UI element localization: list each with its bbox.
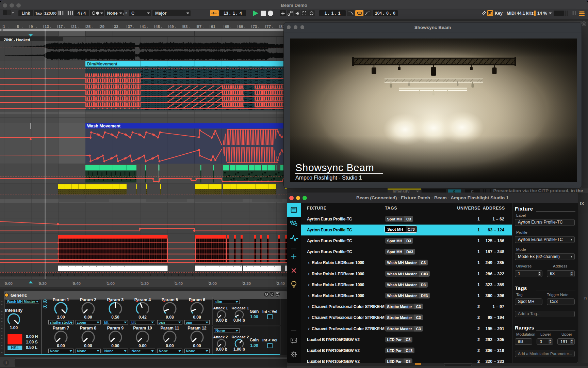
svg-text:0:40: 0:40: [73, 281, 81, 286]
svg-text:69: 69: [239, 25, 243, 29]
svg-text:—: —: [501, 11, 505, 14]
svg-text:0.50: 0.50: [111, 315, 119, 320]
svg-text:MIDI: MIDI: [507, 11, 516, 16]
svg-text:21: 21: [72, 25, 77, 29]
svg-text:1.00 b: 1.00 b: [233, 347, 245, 352]
svg-text:None: None: [132, 349, 141, 353]
svg-text:Dim/Movement: Dim/Movement: [87, 62, 118, 66]
svg-text:Param 8: Param 8: [80, 326, 97, 331]
svg-text:0.00: 0.00: [166, 343, 174, 348]
svg-text:shutterstrobe: shutterstrobe: [50, 321, 72, 324]
svg-text:41: 41: [142, 25, 146, 29]
svg-text:Link: Link: [22, 11, 30, 16]
svg-text:pan: pan: [186, 321, 192, 324]
svg-text:1:40: 1:40: [175, 281, 183, 286]
svg-text:0.00 b: 0.00 b: [216, 347, 227, 352]
svg-text:♭: ♭: [122, 11, 124, 15]
svg-text:2:20: 2:20: [243, 281, 251, 286]
svg-text:9: 9: [31, 25, 33, 29]
svg-text:Param 11: Param 11: [161, 326, 179, 331]
svg-text:0:00: 0:00: [5, 281, 13, 286]
svg-text:None: None: [50, 349, 59, 353]
svg-text:4 / 4: 4 / 4: [78, 11, 86, 16]
svg-text:tilt: tilt: [131, 321, 136, 324]
svg-text:1.00: 1.00: [250, 315, 258, 319]
svg-text:Showsync Beam: Showsync Beam: [295, 162, 374, 173]
svg-text:1.00: 1.00: [57, 315, 65, 320]
svg-text:1.00: 1.00: [250, 343, 258, 348]
svg-text:29: 29: [100, 25, 104, 29]
svg-text:Tap: Tap: [35, 11, 42, 16]
svg-text:0.00: 0.00: [111, 343, 119, 348]
svg-text:Generic: Generic: [11, 293, 27, 298]
svg-text:2:00: 2:00: [209, 281, 217, 286]
svg-text:65: 65: [225, 25, 229, 29]
svg-text:None: None: [107, 11, 117, 16]
svg-text:Wash MH Master: Wash MH Master: [7, 300, 35, 304]
svg-text:Param 12: Param 12: [187, 326, 207, 331]
svg-text:33: 33: [114, 25, 118, 29]
svg-text:C: C: [131, 11, 134, 16]
svg-text:Param 10: Param 10: [133, 326, 152, 331]
svg-text:ZINK - Hooked: ZINK - Hooked: [4, 37, 30, 42]
svg-text:0.00: 0.00: [84, 343, 92, 348]
svg-text:tilt: tilt: [104, 321, 109, 324]
svg-text:13 . 1 . 4: 13 . 1 . 4: [224, 11, 242, 16]
svg-text:57: 57: [197, 25, 201, 29]
svg-text:None: None: [77, 349, 86, 353]
svg-text:0.00 H: 0.00 H: [26, 334, 38, 339]
svg-text:61: 61: [211, 25, 215, 29]
svg-text:5: 5: [17, 25, 19, 29]
svg-text:Release 2: Release 2: [232, 335, 249, 339]
svg-text:44.1 kHz: 44.1 kHz: [517, 11, 534, 16]
svg-text:13: 13: [45, 25, 49, 29]
svg-text:None: None: [186, 349, 195, 353]
svg-text:Intensity: Intensity: [5, 308, 22, 313]
svg-text:Attack 2: Attack 2: [213, 335, 228, 339]
svg-text:14 %: 14 %: [537, 11, 547, 16]
svg-text:HSL: HSL: [11, 346, 19, 350]
svg-text:Param 7: Param 7: [53, 326, 69, 331]
svg-text:0:20: 0:20: [39, 281, 47, 286]
svg-text:0.00: 0.00: [138, 343, 147, 348]
svg-text:2:40: 2:40: [277, 281, 285, 286]
svg-text:dim: dim: [215, 300, 222, 304]
svg-text:1 . 1 . 1: 1 . 1 . 1: [325, 11, 341, 16]
svg-text:Gain: Gain: [250, 309, 259, 314]
svg-text:1.00 S: 1.00 S: [26, 340, 38, 344]
svg-text:104 . 0 . 0: 104 . 0 . 0: [375, 11, 395, 16]
svg-text:77: 77: [266, 25, 271, 29]
svg-text:120.00: 120.00: [44, 11, 57, 16]
svg-text:25: 25: [86, 25, 91, 29]
svg-text:i: i: [5, 361, 6, 365]
svg-text:17: 17: [59, 25, 63, 29]
svg-text:Int < Vel: Int < Vel: [262, 309, 277, 313]
svg-text:None: None: [104, 349, 114, 353]
svg-text:1:00: 1:00: [107, 281, 115, 286]
svg-text:Major: Major: [155, 11, 166, 16]
svg-text:None: None: [159, 349, 168, 353]
svg-text:Release 1: Release 1: [232, 306, 249, 310]
svg-text:Attack 1: Attack 1: [213, 306, 228, 310]
svg-text:Int < Vel: Int < Vel: [262, 338, 277, 342]
svg-text:Param 1: Param 1: [53, 297, 69, 302]
svg-text:pan: pan: [159, 321, 165, 324]
svg-text:0.00: 0.00: [84, 315, 92, 320]
svg-text:0.08: 0.08: [193, 315, 201, 320]
svg-text:53: 53: [183, 25, 188, 29]
svg-text:1.00: 1.00: [10, 325, 18, 330]
svg-text:45: 45: [156, 25, 160, 29]
svg-text:Param 2: Param 2: [80, 297, 97, 302]
svg-text:0.08: 0.08: [166, 315, 174, 320]
svg-text:1:20: 1:20: [141, 281, 149, 286]
svg-text:73: 73: [252, 25, 257, 29]
svg-text:Gain: Gain: [250, 338, 259, 342]
svg-text:1: 1: [3, 25, 5, 29]
svg-text:None: None: [215, 328, 225, 333]
svg-text:0.04 b: 0.04 b: [233, 318, 245, 323]
svg-text:37: 37: [128, 25, 132, 29]
svg-text:#: #: [125, 11, 127, 15]
svg-text:Wash Movement: Wash Movement: [87, 124, 121, 128]
svg-text:0.00 b: 0.00 b: [216, 318, 227, 323]
svg-text:49: 49: [169, 25, 174, 29]
